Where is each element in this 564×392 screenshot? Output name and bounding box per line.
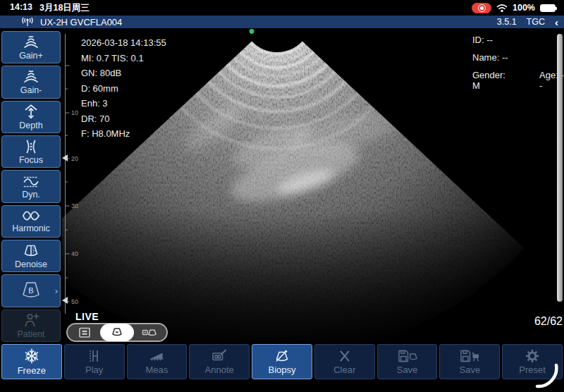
- scan-parameters: 2026-03-18 14:13:55 MI: 0.7 TIS: 0.1 GN:…: [81, 35, 166, 142]
- title-left: UX-2H GVCFLA004: [0, 17, 122, 27]
- scan-depth: D: 60mm: [81, 81, 166, 97]
- ruler-label: 20: [71, 155, 78, 162]
- patient-name: Name: --: [472, 52, 508, 70]
- biopsy-icon: [274, 348, 290, 364]
- save-image-button[interactable]: Save: [377, 344, 438, 379]
- ruler-label: 10: [71, 109, 78, 116]
- tgc-button[interactable]: TGC: [527, 17, 545, 27]
- sidebar-item-focus[interactable]: Focus: [1, 135, 61, 168]
- status-bar: 14:13 3月18日周三 100%: [0, 0, 564, 16]
- toolbar-label: Play: [85, 365, 103, 375]
- annotate-icon: [211, 348, 228, 364]
- sidebar-item-label: Patient: [18, 329, 45, 339]
- view-mode-dual[interactable]: [133, 324, 166, 341]
- scan-datetime: 2026-03-18 14:13:55: [81, 35, 166, 51]
- view-mode-toggle: [66, 323, 168, 342]
- report-view-icon: [78, 326, 92, 339]
- toolbar-label: Save: [397, 365, 418, 375]
- toolbar-label: Freeze: [18, 365, 46, 376]
- tgc-panel-handle[interactable]: [557, 34, 563, 302]
- sidebar-item-denoise[interactable]: Denoise: [1, 240, 61, 272]
- focus-icon: [23, 139, 39, 154]
- screen-recording-indicator[interactable]: [472, 3, 491, 13]
- ruler-label: 50: [71, 298, 78, 305]
- patient-icon: [23, 312, 39, 329]
- clear-x-icon: [337, 348, 352, 364]
- title-bar: UX-2H GVCFLA004 3.5.1 TGC ‹: [0, 16, 564, 28]
- frame-counter: 62/62: [534, 315, 563, 328]
- sidebar-item-label: Denoise: [15, 259, 47, 269]
- sector-view-icon: [109, 326, 125, 339]
- sidebar-item-dynamic-range[interactable]: Dyn.: [1, 170, 61, 202]
- gain-minus-icon: [22, 69, 40, 85]
- device-name: UX-2H GVCFLA004: [40, 17, 122, 27]
- sidebar-item-depth[interactable]: Depth: [1, 101, 61, 133]
- play-button[interactable]: Play: [64, 344, 125, 379]
- sidebar-item-label: Dyn.: [22, 190, 40, 200]
- sidebar-item-label: Focus: [19, 155, 43, 165]
- sidebar-item-label: Gain+: [19, 51, 43, 61]
- sidebar-item-harmonic[interactable]: Harmonic: [1, 205, 61, 238]
- sidebar-item-label: Gain-: [20, 85, 42, 95]
- battery-percent: 100%: [513, 3, 535, 13]
- freeze-icon: [23, 348, 40, 365]
- sidebar-item-bmode[interactable]: B ›: [1, 274, 61, 307]
- play-cine-icon: [87, 348, 102, 364]
- save-video-icon: [459, 348, 480, 364]
- toolbar-label: Annote: [205, 365, 234, 375]
- bottom-toolbar: Freeze Play Meas: [0, 344, 564, 379]
- toolbar-label: Biopsy: [268, 365, 295, 375]
- probe-signal-icon: [21, 17, 34, 27]
- measure-icon: [148, 348, 165, 364]
- status-date: 3月18日周三: [39, 2, 90, 14]
- toolbar-label: Save: [460, 365, 481, 375]
- ultrasound-app-screen: 14:13 3月18日周三 100%: [0, 0, 564, 392]
- sidebar-item-gain-minus[interactable]: Gain-: [1, 66, 61, 98]
- ultrasound-image-area[interactable]: 10 20 30 40 50 2026-03-18 14:13:55 MI: 0…: [62, 28, 564, 342]
- sidebar-item-gain-plus[interactable]: Gain+: [1, 31, 61, 63]
- ruler-label: 40: [71, 250, 78, 257]
- view-mode-report[interactable]: [68, 324, 101, 341]
- live-status-badge: LIVE: [75, 311, 99, 322]
- biopsy-button[interactable]: Biopsy: [252, 344, 312, 379]
- sidebar-item-label: Depth: [19, 121, 42, 130]
- probe-orientation-marker: [250, 29, 255, 34]
- corner-gesture-arc-icon: [530, 361, 564, 392]
- scan-frequency: F: H8.0MHz: [81, 126, 166, 142]
- sidebar: Gain+ Gain- Depth: [0, 28, 62, 343]
- patient-info: ID: -- Name: -- Gender: M Age: --: [472, 35, 564, 87]
- status-left: 14:13 3月18日周三: [0, 2, 90, 14]
- save-image-icon: [397, 348, 418, 364]
- sidebar-item-patient[interactable]: Patient: [1, 310, 61, 342]
- scan-mi-tis: MI: 0.7 TIS: 0.1: [81, 51, 166, 66]
- denoise-icon: [22, 243, 40, 259]
- save-video-button[interactable]: Save: [439, 344, 500, 379]
- submenu-chevron-icon: ›: [55, 286, 58, 296]
- annotate-button[interactable]: Annote: [189, 344, 250, 379]
- bmode-letter: B: [28, 286, 33, 295]
- sidebar-item-label: Harmonic: [12, 223, 50, 233]
- status-right: 100%: [472, 3, 564, 13]
- clear-button[interactable]: Clear: [314, 344, 375, 379]
- bmode-sector-icon: B: [19, 281, 43, 300]
- patient-id: ID: --: [472, 35, 493, 52]
- patient-gender: Gender: M: [472, 70, 511, 87]
- status-time: 14:13: [10, 2, 32, 14]
- wifi-icon: [496, 4, 508, 13]
- dual-view-icon: [141, 326, 158, 339]
- scan-dynamic-range: DR: 70: [81, 111, 166, 127]
- dynamic-range-icon: [22, 173, 40, 189]
- view-mode-sector[interactable]: [100, 324, 133, 341]
- gain-plus-icon: [22, 35, 40, 50]
- tgc-chevron-icon[interactable]: ‹: [555, 17, 558, 27]
- app-version: 3.5.1: [497, 17, 517, 27]
- measure-button[interactable]: Meas: [127, 344, 188, 379]
- record-icon: [478, 4, 486, 12]
- scan-gain: GN: 80dB: [81, 66, 166, 81]
- title-right: 3.5.1 TGC ‹: [497, 17, 564, 27]
- depth-icon: [23, 104, 39, 120]
- toolbar-label: Clear: [333, 365, 355, 375]
- ruler-label: 30: [71, 202, 78, 209]
- battery-icon: [540, 4, 556, 12]
- freeze-button[interactable]: Freeze: [1, 344, 62, 379]
